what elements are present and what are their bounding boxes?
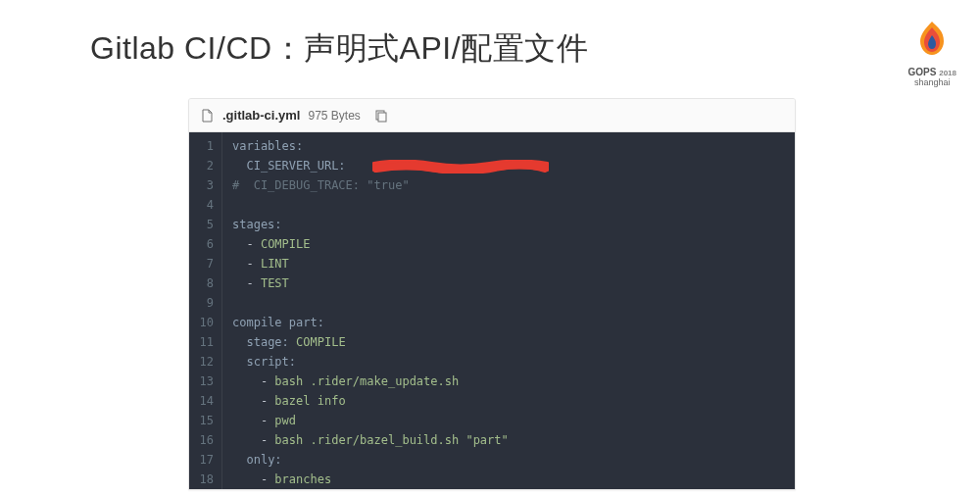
code-line: CI_SERVER_URL: (232, 156, 785, 175)
copy-icon[interactable] (374, 109, 388, 123)
file-icon (201, 109, 215, 123)
svg-rect-1 (378, 113, 386, 122)
code-line: - TEST (232, 273, 785, 293)
code-line: variables: (232, 136, 785, 156)
line-number: 17 (199, 450, 214, 470)
file-size: 975 Bytes (308, 109, 360, 123)
flame-icon (910, 18, 954, 61)
code-line: stage: COMPILE (232, 332, 785, 352)
line-number: 9 (199, 293, 214, 313)
code-body: 12345678910111213141516171819 variables:… (189, 132, 795, 489)
code-line: only: (232, 450, 785, 470)
line-number: 2 (199, 156, 214, 175)
code-line: # CI_DEBUG_TRACE: "true" (232, 175, 785, 195)
line-number: 1 (199, 136, 214, 156)
event-logo: GOPS 2018 shanghai (908, 18, 956, 87)
slide-title: Gitlab CI/CD：声明式API/配置文件 (90, 27, 588, 71)
line-number: 19 (199, 489, 214, 490)
line-number: 16 (199, 430, 214, 450)
code-content: variables: CI_SERVER_URL: # CI_DEBUG_TRA… (222, 132, 795, 489)
line-number: 18 (199, 470, 214, 489)
file-name: .gitlab-ci.yml (222, 108, 300, 123)
line-number: 6 (199, 234, 214, 254)
line-number: 8 (199, 273, 214, 293)
code-line: - bash .rider/bazel_build.sh "part" (232, 430, 785, 450)
code-line: retry: 1 (232, 489, 785, 490)
code-line: stages: (232, 215, 785, 234)
code-panel: .gitlab-ci.yml 975 Bytes 123456789101112… (188, 98, 796, 490)
logo-sub-text: shanghai (908, 77, 956, 87)
line-number: 15 (199, 411, 214, 430)
code-line: - bash .rider/make_update.sh (232, 372, 785, 391)
line-number: 14 (199, 391, 214, 411)
code-line: - pwd (232, 411, 785, 430)
code-line: - COMPILE (232, 234, 785, 254)
code-line: - bazel info (232, 391, 785, 411)
code-line: - branches (232, 470, 785, 489)
line-number: 3 (199, 175, 214, 195)
line-number: 10 (199, 313, 214, 332)
code-line (232, 293, 785, 313)
line-number: 5 (199, 215, 214, 234)
code-line: - LINT (232, 254, 785, 273)
code-line: compile part: (232, 313, 785, 332)
code-line (232, 195, 785, 215)
line-number: 4 (199, 195, 214, 215)
code-line: script: (232, 352, 785, 372)
line-numbers: 12345678910111213141516171819 (189, 132, 222, 489)
line-number: 12 (199, 352, 214, 372)
line-number: 11 (199, 332, 214, 352)
line-number: 7 (199, 254, 214, 273)
line-number: 13 (199, 372, 214, 391)
file-header: .gitlab-ci.yml 975 Bytes (189, 99, 795, 132)
logo-main-text: GOPS 2018 (908, 67, 956, 77)
